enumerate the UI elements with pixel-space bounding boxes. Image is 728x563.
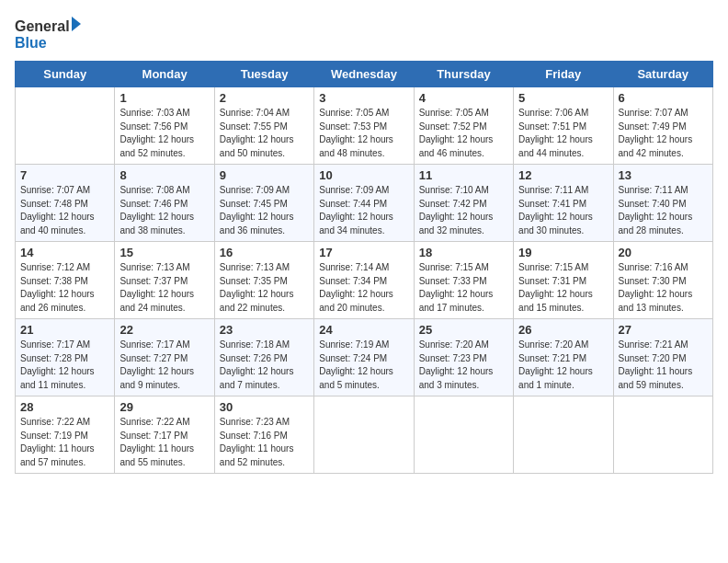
calendar-cell: 2Sunrise: 7:04 AM Sunset: 7:55 PM Daylig… xyxy=(214,87,313,165)
calendar-cell: 5Sunrise: 7:06 AM Sunset: 7:51 PM Daylig… xyxy=(514,87,613,165)
day-number: 10 xyxy=(319,168,408,182)
day-number: 27 xyxy=(619,323,708,337)
day-info: Sunrise: 7:11 AM Sunset: 7:41 PM Dayligh… xyxy=(518,184,608,237)
calendar-week-row: 21Sunrise: 7:17 AM Sunset: 7:28 PM Dayli… xyxy=(16,319,713,396)
day-of-week-header: Tuesday xyxy=(214,62,313,87)
logo-svg: GeneralBlue xyxy=(15,15,88,52)
day-number: 26 xyxy=(518,323,608,337)
day-number: 29 xyxy=(119,400,209,414)
svg-text:Blue: Blue xyxy=(15,35,47,51)
calendar-cell: 20Sunrise: 7:16 AM Sunset: 7:30 PM Dayli… xyxy=(613,242,712,319)
day-info: Sunrise: 7:14 AM Sunset: 7:34 PM Dayligh… xyxy=(319,261,408,315)
day-info: Sunrise: 7:18 AM Sunset: 7:26 PM Dayligh… xyxy=(220,339,309,392)
day-number: 19 xyxy=(518,246,608,259)
day-info: Sunrise: 7:15 AM Sunset: 7:33 PM Dayligh… xyxy=(419,261,508,315)
calendar-cell: 24Sunrise: 7:19 AM Sunset: 7:24 PM Dayli… xyxy=(314,319,414,396)
calendar-week-row: 7Sunrise: 7:07 AM Sunset: 7:48 PM Daylig… xyxy=(16,165,713,242)
day-info: Sunrise: 7:06 AM Sunset: 7:51 PM Dayligh… xyxy=(518,107,608,160)
calendar-cell: 4Sunrise: 7:05 AM Sunset: 7:52 PM Daylig… xyxy=(414,87,513,165)
day-number: 11 xyxy=(419,168,508,182)
day-info: Sunrise: 7:05 AM Sunset: 7:53 PM Dayligh… xyxy=(319,107,408,160)
calendar-cell: 14Sunrise: 7:12 AM Sunset: 7:38 PM Dayli… xyxy=(16,242,115,319)
calendar-cell xyxy=(514,396,613,474)
calendar-cell: 11Sunrise: 7:10 AM Sunset: 7:42 PM Dayli… xyxy=(414,165,513,242)
calendar-cell: 23Sunrise: 7:18 AM Sunset: 7:26 PM Dayli… xyxy=(214,319,313,396)
day-info: Sunrise: 7:21 AM Sunset: 7:20 PM Dayligh… xyxy=(619,339,708,392)
day-number: 2 xyxy=(220,91,309,105)
calendar-cell: 12Sunrise: 7:11 AM Sunset: 7:41 PM Dayli… xyxy=(514,165,613,242)
day-number: 12 xyxy=(518,168,608,182)
logo: GeneralBlue xyxy=(15,15,88,52)
calendar-cell: 21Sunrise: 7:17 AM Sunset: 7:28 PM Dayli… xyxy=(16,319,115,396)
calendar-cell: 16Sunrise: 7:13 AM Sunset: 7:35 PM Dayli… xyxy=(214,242,313,319)
calendar-cell: 28Sunrise: 7:22 AM Sunset: 7:19 PM Dayli… xyxy=(16,396,115,474)
calendar-cell: 27Sunrise: 7:21 AM Sunset: 7:20 PM Dayli… xyxy=(613,319,712,396)
calendar-cell: 8Sunrise: 7:08 AM Sunset: 7:46 PM Daylig… xyxy=(115,165,214,242)
calendar-cell: 22Sunrise: 7:17 AM Sunset: 7:27 PM Dayli… xyxy=(115,319,214,396)
svg-marker-2 xyxy=(72,17,81,31)
day-number: 4 xyxy=(419,91,508,105)
day-info: Sunrise: 7:13 AM Sunset: 7:35 PM Dayligh… xyxy=(220,261,309,315)
day-info: Sunrise: 7:19 AM Sunset: 7:24 PM Dayligh… xyxy=(319,339,408,392)
day-number: 6 xyxy=(619,91,708,105)
calendar-cell: 9Sunrise: 7:09 AM Sunset: 7:45 PM Daylig… xyxy=(214,165,313,242)
day-of-week-header: Wednesday xyxy=(314,62,414,87)
day-of-week-header: Saturday xyxy=(613,62,712,87)
day-info: Sunrise: 7:16 AM Sunset: 7:30 PM Dayligh… xyxy=(619,261,708,315)
calendar-cell: 29Sunrise: 7:22 AM Sunset: 7:17 PM Dayli… xyxy=(115,396,214,474)
day-number: 20 xyxy=(619,246,708,259)
day-info: Sunrise: 7:17 AM Sunset: 7:28 PM Dayligh… xyxy=(20,339,109,392)
day-info: Sunrise: 7:11 AM Sunset: 7:40 PM Dayligh… xyxy=(619,184,708,237)
day-info: Sunrise: 7:22 AM Sunset: 7:19 PM Dayligh… xyxy=(20,416,109,469)
calendar-cell: 18Sunrise: 7:15 AM Sunset: 7:33 PM Dayli… xyxy=(414,242,513,319)
day-info: Sunrise: 7:09 AM Sunset: 7:45 PM Dayligh… xyxy=(220,184,309,237)
day-number: 28 xyxy=(20,400,109,414)
day-number: 22 xyxy=(119,323,209,337)
calendar-cell: 30Sunrise: 7:23 AM Sunset: 7:16 PM Dayli… xyxy=(214,396,313,474)
svg-text:General: General xyxy=(15,18,70,34)
header: GeneralBlue xyxy=(15,15,713,52)
calendar-cell: 3Sunrise: 7:05 AM Sunset: 7:53 PM Daylig… xyxy=(314,87,414,165)
calendar-table: SundayMondayTuesdayWednesdayThursdayFrid… xyxy=(15,61,713,474)
day-number: 13 xyxy=(619,168,708,182)
day-info: Sunrise: 7:17 AM Sunset: 7:27 PM Dayligh… xyxy=(119,339,209,392)
calendar-week-row: 1Sunrise: 7:03 AM Sunset: 7:56 PM Daylig… xyxy=(16,87,713,165)
day-of-week-header: Monday xyxy=(115,62,214,87)
calendar-header-row: SundayMondayTuesdayWednesdayThursdayFrid… xyxy=(16,62,713,87)
day-number: 5 xyxy=(518,91,608,105)
day-number: 21 xyxy=(20,323,109,337)
day-number: 18 xyxy=(419,246,508,259)
day-info: Sunrise: 7:10 AM Sunset: 7:42 PM Dayligh… xyxy=(419,184,508,237)
day-info: Sunrise: 7:07 AM Sunset: 7:49 PM Dayligh… xyxy=(619,107,708,160)
day-number: 14 xyxy=(20,246,109,259)
calendar-cell: 1Sunrise: 7:03 AM Sunset: 7:56 PM Daylig… xyxy=(115,87,214,165)
day-info: Sunrise: 7:20 AM Sunset: 7:21 PM Dayligh… xyxy=(518,339,608,392)
calendar-cell: 10Sunrise: 7:09 AM Sunset: 7:44 PM Dayli… xyxy=(314,165,414,242)
day-info: Sunrise: 7:07 AM Sunset: 7:48 PM Dayligh… xyxy=(20,184,109,237)
day-of-week-header: Friday xyxy=(514,62,613,87)
calendar-cell xyxy=(16,87,115,165)
calendar-cell xyxy=(314,396,414,474)
day-info: Sunrise: 7:12 AM Sunset: 7:38 PM Dayligh… xyxy=(20,261,109,315)
calendar-cell xyxy=(613,396,712,474)
day-info: Sunrise: 7:22 AM Sunset: 7:17 PM Dayligh… xyxy=(119,416,209,469)
day-number: 24 xyxy=(319,323,408,337)
calendar-cell: 15Sunrise: 7:13 AM Sunset: 7:37 PM Dayli… xyxy=(115,242,214,319)
calendar-cell xyxy=(414,396,513,474)
day-info: Sunrise: 7:23 AM Sunset: 7:16 PM Dayligh… xyxy=(220,416,309,469)
calendar-week-row: 14Sunrise: 7:12 AM Sunset: 7:38 PM Dayli… xyxy=(16,242,713,319)
day-number: 15 xyxy=(119,246,209,259)
day-info: Sunrise: 7:15 AM Sunset: 7:31 PM Dayligh… xyxy=(518,261,608,315)
day-number: 30 xyxy=(220,400,309,414)
day-number: 9 xyxy=(220,168,309,182)
day-info: Sunrise: 7:08 AM Sunset: 7:46 PM Dayligh… xyxy=(119,184,209,237)
calendar-cell: 26Sunrise: 7:20 AM Sunset: 7:21 PM Dayli… xyxy=(514,319,613,396)
day-info: Sunrise: 7:20 AM Sunset: 7:23 PM Dayligh… xyxy=(419,339,508,392)
day-number: 1 xyxy=(119,91,209,105)
day-of-week-header: Sunday xyxy=(16,62,115,87)
day-number: 23 xyxy=(220,323,309,337)
calendar-cell: 6Sunrise: 7:07 AM Sunset: 7:49 PM Daylig… xyxy=(613,87,712,165)
day-info: Sunrise: 7:03 AM Sunset: 7:56 PM Dayligh… xyxy=(119,107,209,160)
calendar-cell: 7Sunrise: 7:07 AM Sunset: 7:48 PM Daylig… xyxy=(16,165,115,242)
day-info: Sunrise: 7:09 AM Sunset: 7:44 PM Dayligh… xyxy=(319,184,408,237)
